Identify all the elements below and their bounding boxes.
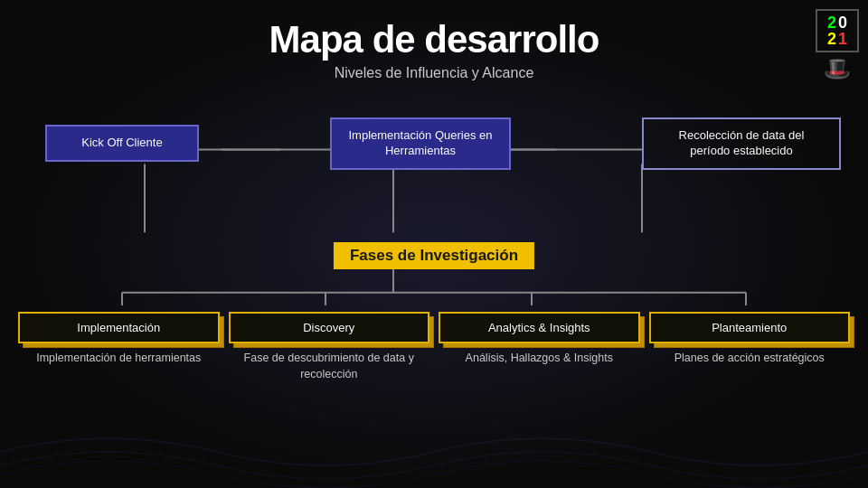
logo-digit-2-green: 2 [827, 14, 836, 31]
page-subtitle: Niveles de Influencia y Alcance [163, 65, 705, 81]
fases-label: Fases de Investigación [334, 242, 534, 269]
logo-digit-0-white: 0 [838, 14, 847, 31]
box-kick-off: Kick Off Cliente [45, 125, 199, 162]
card-discovery-tab-shadow: Discovery [229, 312, 430, 343]
logo-digit-1-red: 1 [838, 31, 847, 47]
title-area: Mapa de desarrollo Niveles de Influencia… [163, 18, 705, 81]
logo-digit-2-yellow: 2 [827, 31, 836, 47]
card-discovery-desc: Fase de descubrimiento de data y recolec… [229, 351, 430, 382]
logo-badge: 2 0 2 1 [816, 9, 859, 52]
page-title: Mapa de desarrollo [163, 18, 705, 61]
box-recoleccion: Recolección de data del período establec… [642, 117, 841, 170]
card-analytics-tab-shadow: Analytics & Insights [439, 312, 640, 343]
card-analytics: Analytics & Insights Análisis, Hallazgos… [439, 312, 640, 367]
phase-cards-row: Implementación Implementación de herrami… [18, 312, 850, 425]
card-discovery-tab-front: Discovery [229, 312, 430, 343]
logo-corner: 2 0 2 1 🎩 [816, 9, 859, 81]
top-hat-icon: 🎩 [824, 56, 851, 81]
card-implementacion-desc: Implementación de herramientas [33, 351, 204, 367]
card-planteamiento-desc: Planes de acción estratégicos [671, 351, 828, 367]
card-planteamiento-tab-shadow: Planteamiento [649, 312, 851, 343]
card-implementacion-tab-shadow: Implementación [18, 312, 220, 343]
card-planteamiento: Planteamiento Planes de acción estratégi… [649, 312, 851, 367]
card-analytics-tab-front: Analytics & Insights [439, 312, 640, 343]
card-planteamiento-tab-front: Planteamiento [649, 312, 851, 343]
card-implementacion: Implementación Implementación de herrami… [18, 312, 220, 367]
diagram: Kick Off Cliente Implementación Queries … [18, 108, 850, 434]
box-implementacion-queries: Implementación Queries en Herramientas [330, 117, 511, 170]
card-discovery: Discovery Fase de descubrimiento de data… [229, 312, 430, 382]
card-implementacion-tab-front: Implementación [18, 312, 220, 343]
card-analytics-desc: Análisis, Hallazgos & Insights [462, 351, 617, 367]
wave-decoration [0, 416, 868, 488]
top-boxes-row: Kick Off Cliente Implementación Queries … [18, 117, 850, 170]
